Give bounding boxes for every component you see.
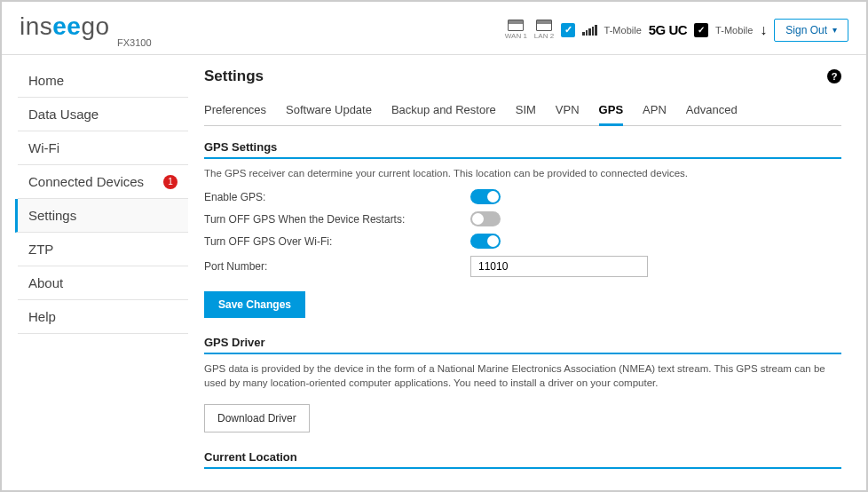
row-restart-gps: Turn OFF GPS When the Device Restarts:	[204, 211, 841, 226]
signout-button[interactable]: Sign Out▾	[774, 19, 848, 42]
signal-bars-icon	[582, 25, 597, 36]
tab-preferences[interactable]: Preferences	[204, 98, 266, 126]
page-title-row: Settings ?	[204, 67, 841, 85]
tab-software-update[interactable]: Software Update	[286, 98, 372, 126]
gps-settings-heading: GPS Settings	[204, 140, 841, 159]
save-changes-button[interactable]: Save Changes	[204, 291, 305, 318]
row-enable-gps: Enable GPS:	[204, 189, 841, 204]
tab-advanced[interactable]: Advanced	[686, 98, 738, 126]
sim-status-icon: ✓	[561, 23, 575, 37]
sidebar-label: Wi-Fi	[28, 140, 59, 155]
sidebar-label: Data Usage	[28, 107, 99, 122]
body-wrap: Home Data Usage Wi-Fi Connected Devices1…	[2, 55, 866, 490]
current-location-heading: Current Location	[204, 450, 841, 469]
port-number-label: Port Number:	[204, 260, 470, 273]
sidebar-item-connected-devices[interactable]: Connected Devices1	[18, 165, 188, 199]
sidebar-label: About	[28, 275, 63, 290]
sidebar-label: Settings	[28, 208, 76, 223]
main-content: Settings ? Preferences Software Update B…	[188, 55, 866, 490]
network-type-label: 5G UC	[649, 22, 687, 37]
model-label: FX3100	[117, 37, 152, 48]
logo-area: inseego FX3100	[20, 12, 152, 48]
settings-tabs: Preferences Software Update Backup and R…	[204, 98, 841, 126]
restart-gps-label: Turn OFF GPS When the Device Restarts:	[204, 213, 470, 226]
wifi-gps-toggle[interactable]	[470, 234, 501, 249]
wan2-label: LAN 2	[534, 32, 554, 40]
sidebar-item-wifi[interactable]: Wi-Fi	[18, 131, 188, 165]
gps-driver-desc: GPS data is provided by the device in th…	[204, 361, 841, 390]
restart-gps-toggle[interactable]	[470, 211, 501, 226]
tab-apn[interactable]: APN	[643, 98, 667, 126]
help-icon[interactable]: ?	[827, 69, 841, 83]
gps-settings-desc: The GPS receiver can determine your curr…	[204, 166, 841, 180]
enable-gps-toggle[interactable]	[470, 189, 501, 204]
header-status-area: WAN 1 LAN 2 ✓ T-Mobile 5G UC ✓ T-Mobile …	[505, 19, 848, 42]
brand-suf: go	[81, 12, 109, 40]
wan2-icon: LAN 2	[534, 20, 554, 40]
sidebar-label: Help	[28, 309, 56, 324]
gps-driver-heading: GPS Driver	[204, 336, 841, 354]
tab-backup-restore[interactable]: Backup and Restore	[391, 98, 496, 126]
sidebar-nav: Home Data Usage Wi-Fi Connected Devices1…	[2, 55, 188, 490]
brand-mid: ee	[52, 12, 81, 40]
connection-ok-icon: ✓	[694, 23, 708, 37]
app-header: inseego FX3100 WAN 1 LAN 2 ✓ T-Mobile 5G…	[2, 2, 866, 55]
tab-vpn[interactable]: VPN	[556, 98, 580, 126]
chevron-down-icon: ▾	[832, 25, 837, 35]
row-wifi-gps: Turn OFF GPS Over Wi-Fi:	[204, 234, 841, 249]
page-title: Settings	[204, 67, 264, 85]
enable-gps-label: Enable GPS:	[204, 191, 470, 203]
tab-sim[interactable]: SIM	[516, 98, 536, 126]
row-port-number: Port Number:	[204, 256, 841, 277]
download-driver-button[interactable]: Download Driver	[204, 404, 310, 432]
sidebar-item-data-usage[interactable]: Data Usage	[18, 98, 188, 131]
carrier2-label: T-Mobile	[715, 25, 753, 36]
sidebar-item-home[interactable]: Home	[18, 64, 188, 98]
sidebar-label: Home	[28, 73, 64, 88]
sidebar-item-help[interactable]: Help	[18, 300, 188, 334]
badge-count: 1	[163, 175, 178, 189]
carrier1-label: T-Mobile	[604, 25, 642, 36]
brand-pre: ins	[20, 12, 52, 40]
sidebar-item-settings[interactable]: Settings	[15, 199, 188, 233]
wan1-icon: WAN 1	[505, 20, 527, 40]
wifi-gps-label: Turn OFF GPS Over Wi-Fi:	[204, 235, 470, 248]
wan1-label: WAN 1	[505, 32, 527, 40]
download-arrow-icon: ↓	[760, 22, 767, 38]
sidebar-label: ZTP	[28, 242, 53, 257]
port-number-input[interactable]	[470, 256, 648, 277]
sidebar-item-ztp[interactable]: ZTP	[18, 233, 188, 266]
signout-label: Sign Out	[785, 24, 827, 36]
sidebar-item-about[interactable]: About	[18, 266, 188, 300]
sidebar-label: Connected Devices	[28, 174, 144, 189]
tab-gps[interactable]: GPS	[599, 98, 623, 126]
